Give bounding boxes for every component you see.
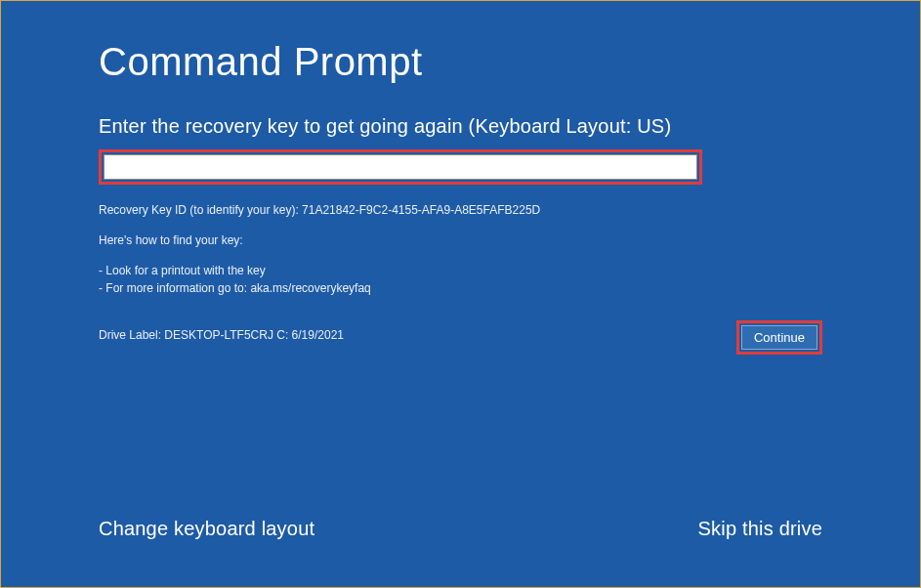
footer: Change keyboard layout Skip this drive	[99, 518, 822, 540]
tip-printout: - Look for a printout with the key	[99, 263, 822, 279]
main-container: Command Prompt Enter the recovery key to…	[1, 1, 920, 355]
skip-this-drive-link[interactable]: Skip this drive	[698, 518, 823, 540]
page-title: Command Prompt	[99, 40, 822, 84]
recovery-input-highlight	[99, 149, 702, 185]
change-keyboard-layout-link[interactable]: Change keyboard layout	[99, 518, 314, 540]
how-to-find-label: Here's how to find your key:	[99, 232, 822, 249]
tip-more-info: - For more information go to: aka.ms/rec…	[99, 280, 822, 297]
continue-button[interactable]: Continue	[741, 325, 817, 350]
drive-label-text: Drive Label: DESKTOP-LTF5CRJ C: 6/19/202…	[99, 320, 344, 342]
recovery-key-id-text: Recovery Key ID (to identify your key): …	[99, 202, 822, 219]
tips-block: - Look for a printout with the key - For…	[99, 263, 822, 298]
recovery-prompt-label: Enter the recovery key to get going agai…	[99, 115, 822, 138]
drive-and-continue-row: Drive Label: DESKTOP-LTF5CRJ C: 6/19/202…	[99, 320, 822, 355]
continue-button-highlight: Continue	[736, 320, 822, 355]
recovery-key-input[interactable]	[104, 154, 697, 180]
